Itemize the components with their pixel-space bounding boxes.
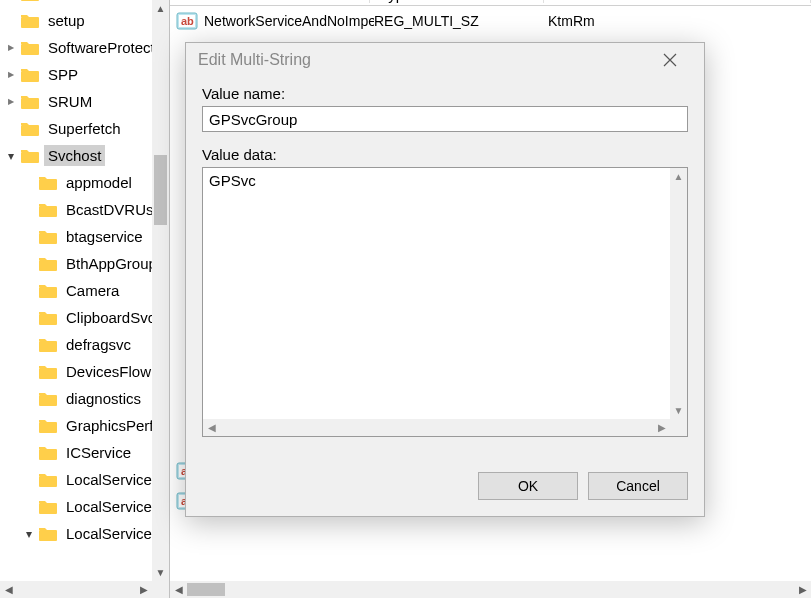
folder-icon bbox=[38, 499, 58, 515]
folder-icon bbox=[38, 418, 58, 434]
ok-button[interactable]: OK bbox=[478, 472, 578, 500]
tree-item[interactable]: BcastDVRUserService bbox=[0, 196, 169, 223]
dialog-body: Value name: Value data: ▲ ▼ ◀ ▶ bbox=[186, 77, 704, 460]
chevron-right-icon bbox=[22, 473, 36, 487]
dialog-titlebar[interactable]: Edit Multi-String bbox=[186, 43, 704, 77]
tree-pane: ▶Sensorsetup▶SoftwareProtectionPlatform▶… bbox=[0, 0, 170, 598]
value-data-wrap: ▲ ▼ ◀ ▶ bbox=[202, 167, 688, 437]
folder-icon bbox=[20, 0, 40, 2]
scroll-left-icon[interactable]: ◀ bbox=[0, 584, 17, 595]
scroll-thumb[interactable] bbox=[187, 583, 225, 596]
tree-item[interactable]: appmodel bbox=[0, 169, 169, 196]
cell-data: KtmRm bbox=[548, 13, 811, 29]
chevron-right-icon bbox=[22, 257, 36, 271]
chevron-right-icon bbox=[4, 14, 18, 28]
tree-item-label: btagservice bbox=[62, 226, 147, 247]
chevron-right-icon bbox=[22, 500, 36, 514]
tree-item[interactable]: setup bbox=[0, 7, 169, 34]
value-data-label: Value data: bbox=[202, 146, 688, 163]
textarea-vertical-scrollbar[interactable]: ▲ ▼ bbox=[670, 168, 687, 419]
tree-item[interactable]: DevicesFlow bbox=[0, 358, 169, 385]
scroll-up-icon[interactable]: ▲ bbox=[670, 168, 687, 185]
tree-item[interactable]: LocalServiceAndNoImpersonation bbox=[0, 493, 169, 520]
folder-icon bbox=[38, 202, 58, 218]
tree-item-label: SRUM bbox=[44, 91, 96, 112]
value-name-label: Value name: bbox=[202, 85, 688, 102]
dialog-title: Edit Multi-String bbox=[198, 51, 648, 69]
chevron-down-icon[interactable]: ▾ bbox=[22, 527, 36, 541]
tree-vertical-scrollbar[interactable]: ▲ ▼ bbox=[152, 0, 169, 581]
cancel-button[interactable]: Cancel bbox=[588, 472, 688, 500]
value-name-input[interactable] bbox=[202, 106, 688, 132]
dialog-buttons: OK Cancel bbox=[186, 460, 704, 516]
textarea-horizontal-scrollbar[interactable]: ◀ ▶ bbox=[203, 419, 670, 436]
folder-icon bbox=[38, 445, 58, 461]
tree-item[interactable]: ▶SRUM bbox=[0, 88, 169, 115]
tree-item[interactable]: ▶SoftwareProtectionPlatform bbox=[0, 34, 169, 61]
tree-item[interactable]: ICService bbox=[0, 439, 169, 466]
chevron-right-icon bbox=[22, 311, 36, 325]
column-header-type[interactable]: Type bbox=[370, 0, 544, 3]
scroll-corner bbox=[670, 419, 687, 436]
tree-item[interactable]: defragsvc bbox=[0, 331, 169, 358]
scroll-right-icon[interactable]: ▶ bbox=[653, 419, 670, 436]
tree-item[interactable]: ▶SPP bbox=[0, 61, 169, 88]
chevron-right-icon bbox=[22, 203, 36, 217]
scroll-down-icon[interactable]: ▼ bbox=[670, 402, 687, 419]
tree-item[interactable]: GraphicsPerfSvcGroup bbox=[0, 412, 169, 439]
chevron-right-icon bbox=[22, 419, 36, 433]
tree-item-label: BthAppGroup bbox=[62, 253, 161, 274]
chevron-right-icon[interactable]: ▶ bbox=[4, 95, 18, 109]
column-header-name[interactable]: Name bbox=[170, 0, 370, 3]
tree-item-label: diagnostics bbox=[62, 388, 145, 409]
scroll-down-icon[interactable]: ▼ bbox=[152, 564, 169, 581]
tree-horizontal-scrollbar[interactable]: ◀ ▶ bbox=[0, 581, 152, 598]
edit-multistring-dialog: Edit Multi-String Value name: Value data… bbox=[185, 42, 705, 517]
folder-icon bbox=[38, 256, 58, 272]
tree-item[interactable]: Camera bbox=[0, 277, 169, 304]
tree-item[interactable]: BthAppGroup bbox=[0, 250, 169, 277]
folder-icon bbox=[20, 67, 40, 83]
tree-item-label: Superfetch bbox=[44, 118, 125, 139]
tree-item-label: SoftwareProtectionPlatform bbox=[44, 37, 169, 58]
folder-icon bbox=[38, 175, 58, 191]
scroll-left-icon[interactable]: ◀ bbox=[170, 584, 187, 595]
tree-item-label: defragsvc bbox=[62, 334, 135, 355]
tree-item[interactable]: ▾LocalServiceNetworkRestricted bbox=[0, 520, 169, 547]
tree-item-label: Svchost bbox=[44, 145, 105, 166]
chevron-right-icon[interactable]: ▶ bbox=[4, 0, 18, 1]
scroll-up-icon[interactable]: ▲ bbox=[152, 0, 169, 17]
close-button[interactable] bbox=[648, 45, 692, 75]
tree-item-label: LocalService bbox=[62, 469, 156, 490]
tree-item-label: ICService bbox=[62, 442, 135, 463]
close-icon bbox=[663, 53, 677, 67]
scroll-thumb[interactable] bbox=[154, 155, 167, 225]
value-data-textarea[interactable] bbox=[203, 168, 670, 419]
tree-item[interactable]: ▾Svchost bbox=[0, 142, 169, 169]
tree-item[interactable]: LocalService bbox=[0, 466, 169, 493]
tree-item[interactable]: ClipboardSvcGroup bbox=[0, 304, 169, 331]
scroll-corner bbox=[152, 581, 169, 598]
column-header-data[interactable]: Data bbox=[544, 0, 811, 3]
folder-icon bbox=[38, 337, 58, 353]
chevron-right-icon bbox=[22, 176, 36, 190]
folder-icon bbox=[38, 310, 58, 326]
chevron-down-icon[interactable]: ▾ bbox=[4, 149, 18, 163]
tree-item-label: setup bbox=[44, 10, 89, 31]
folder-icon bbox=[20, 40, 40, 56]
chevron-right-icon bbox=[22, 230, 36, 244]
tree-item[interactable]: btagservice bbox=[0, 223, 169, 250]
chevron-right-icon[interactable]: ▶ bbox=[4, 41, 18, 55]
scroll-left-icon[interactable]: ◀ bbox=[203, 419, 220, 436]
tree-item[interactable]: diagnostics bbox=[0, 385, 169, 412]
chevron-right-icon[interactable]: ▶ bbox=[4, 68, 18, 82]
chevron-right-icon bbox=[22, 446, 36, 460]
list-horizontal-scrollbar[interactable]: ◀ ▶ bbox=[170, 581, 811, 598]
list-row[interactable]: NetworkServiceAndNoImpersonationREG_MULT… bbox=[170, 6, 811, 36]
tree-item[interactable]: ▶Sensor bbox=[0, 0, 169, 7]
scroll-right-icon[interactable]: ▶ bbox=[794, 584, 811, 595]
folder-icon bbox=[20, 148, 40, 164]
tree-item[interactable]: Superfetch bbox=[0, 115, 169, 142]
scroll-right-icon[interactable]: ▶ bbox=[135, 584, 152, 595]
tree-item-label: Sensor bbox=[44, 0, 100, 4]
